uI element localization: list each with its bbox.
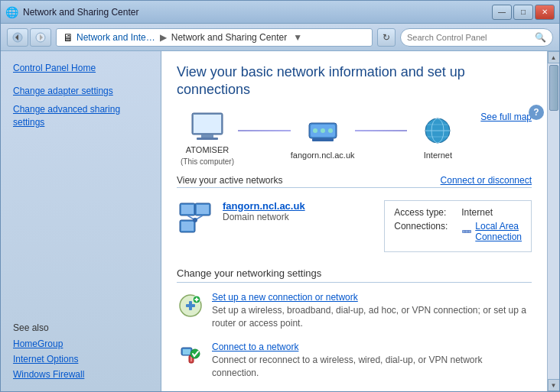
network-properties: Access type: Internet Connections: [384, 200, 532, 252]
search-icon: 🔍 [535, 32, 546, 43]
network-node-computer: ATOMISER (This computer) [177, 112, 238, 166]
new-connection-icon [177, 292, 204, 319]
help-icon[interactable]: ? [529, 105, 544, 120]
active-networks-title: View your active networks [177, 175, 283, 186]
scroll-thumb[interactable] [549, 65, 558, 111]
svg-rect-39 [183, 349, 190, 355]
svg-rect-20 [181, 205, 194, 214]
connect-network-link[interactable]: Connect to a network [212, 342, 532, 352]
network-name-link[interactable]: fangorn.ncl.ac.uk [223, 200, 305, 212]
breadcrumb-icon: 🖥 [63, 31, 73, 44]
see-full-map-link[interactable]: See full map [480, 112, 532, 122]
breadcrumb: 🖥 Network and Inte… ▶ Network and Sharin… [56, 28, 373, 47]
settings-section-title: Change your networking settings [177, 267, 532, 283]
breadcrumb-separator: ▶ [160, 32, 167, 43]
svg-point-30 [466, 230, 468, 232]
setting-item-connect-network: Connect to a network Connect or reconnec… [177, 342, 532, 380]
content-inner: View your basic network information and … [161, 51, 547, 391]
address-bar: 🖥 Network and Inte… ▶ Network and Sharin… [1, 24, 559, 51]
network-info: fangorn.ncl.ac.uk Domain network [223, 200, 375, 222]
svg-point-11 [321, 128, 325, 133]
title-bar-left: 🌐 Network and Sharing Center [5, 6, 138, 18]
sidebar-item-change-adapter[interactable]: Change adapter settings [1, 83, 161, 99]
access-type-row: Access type: Internet [394, 207, 522, 218]
connections-row: Connections: Local AreaConn [394, 221, 522, 242]
active-networks-header: View your active networks Connect or dis… [177, 175, 532, 188]
access-type-value: Internet [461, 207, 493, 218]
window-icon: 🌐 [5, 6, 18, 18]
title-bar-buttons: — □ ✕ [492, 5, 555, 20]
node1-sublabel: (This computer) [181, 157, 234, 166]
refresh-button[interactable]: ↻ [377, 28, 396, 47]
access-type-label: Access type: [394, 207, 455, 218]
forward-button[interactable] [30, 28, 51, 47]
svg-point-12 [328, 128, 333, 133]
svg-rect-6 [201, 134, 213, 138]
sidebar: Control Panel Home Change adapter settin… [1, 51, 161, 391]
maximize-button[interactable]: □ [513, 5, 533, 20]
back-button[interactable] [7, 28, 28, 47]
svg-rect-22 [197, 205, 209, 214]
main-window: 🌐 Network and Sharing Center — □ ✕ 🖥 Net… [0, 0, 560, 392]
active-networks-section: View your active networks Connect or dis… [177, 175, 532, 258]
network-line-1 [238, 130, 291, 131]
new-connection-link[interactable]: Set up a new connection or network [212, 292, 532, 303]
node2-label: fangorn.ncl.ac.uk [291, 151, 355, 160]
svg-point-29 [463, 230, 465, 232]
network-type: Domain network [223, 212, 289, 222]
sidebar-item-change-advanced[interactable]: Change advanced sharing settings [1, 99, 161, 131]
network-line-2 [355, 130, 408, 131]
sidebar-item-internet-options[interactable]: Internet Options [1, 352, 161, 367]
breadcrumb-part2: Network and Sharing Center [171, 32, 287, 43]
scroll-down-button[interactable]: ▼ [548, 379, 560, 391]
setting-text-1: Set up a new connection or network Set u… [212, 292, 532, 330]
page-title: View your basic network information and … [177, 63, 532, 99]
scroll-up-button[interactable]: ▲ [548, 51, 560, 63]
content-panel: View your basic network information and … [161, 51, 547, 391]
close-button[interactable]: ✕ [535, 5, 555, 20]
internet-icon [419, 117, 456, 147]
connect-network-desc: Connect or reconnect to a wireless, wire… [212, 355, 483, 378]
network-card-icon [177, 200, 213, 237]
connect-disconnect-link[interactable]: Connect or disconnect [441, 175, 532, 186]
search-input[interactable] [407, 33, 532, 42]
breadcrumb-dropdown-arrow[interactable]: ▼ [293, 32, 302, 43]
search-bar: 🔍 [400, 28, 553, 47]
connection-icon [461, 226, 472, 237]
network-map: ATOMISER (This computer) [177, 112, 532, 166]
network-card: fangorn.ncl.ac.uk Domain network Access … [177, 194, 532, 258]
scroll-track [549, 65, 558, 377]
network-node-internet: Internet [407, 117, 468, 160]
network-node-switch: fangorn.ncl.ac.uk [291, 117, 355, 160]
sidebar-item-windows-firewall[interactable]: Windows Firewall [1, 367, 161, 382]
window-title: Network and Sharing Center [23, 7, 138, 18]
new-connection-svg-icon [178, 293, 203, 318]
svg-point-10 [313, 128, 317, 133]
breadcrumb-part1[interactable]: Network and Inte… [77, 32, 155, 43]
svg-rect-24 [181, 222, 194, 231]
scrollbar: ▲ ▼ [547, 51, 559, 391]
see-also-label: See also [1, 310, 161, 336]
sidebar-item-control-panel-home[interactable]: Control Panel Home [1, 60, 161, 76]
connections-value-link[interactable]: Local AreaConnection [461, 221, 522, 242]
svg-rect-5 [194, 115, 221, 133]
svg-rect-34 [189, 301, 192, 310]
nav-buttons [7, 28, 51, 47]
node3-label: Internet [424, 151, 452, 160]
svg-point-27 [193, 218, 197, 222]
connections-value: Local AreaConnection [475, 221, 522, 242]
svg-point-31 [469, 230, 471, 232]
sidebar-item-homegroup[interactable]: HomeGroup [1, 336, 161, 352]
node1-label: ATOMISER [186, 145, 229, 154]
new-connection-desc: Set up a wireless, broadband, dial-up, a… [212, 305, 526, 329]
setting-text-2: Connect to a network Connect or reconnec… [212, 342, 532, 380]
svg-rect-13 [312, 138, 334, 141]
minimize-button[interactable]: — [492, 5, 512, 20]
svg-rect-37 [196, 297, 197, 301]
svg-rect-41 [190, 357, 192, 361]
right-panel: ? View your basic network information an… [161, 51, 559, 391]
change-settings-section: Change your networking settings [177, 267, 532, 391]
domain-network-icon [177, 200, 213, 237]
svg-rect-7 [197, 138, 218, 140]
main-content: Control Panel Home Change adapter settin… [1, 51, 559, 391]
